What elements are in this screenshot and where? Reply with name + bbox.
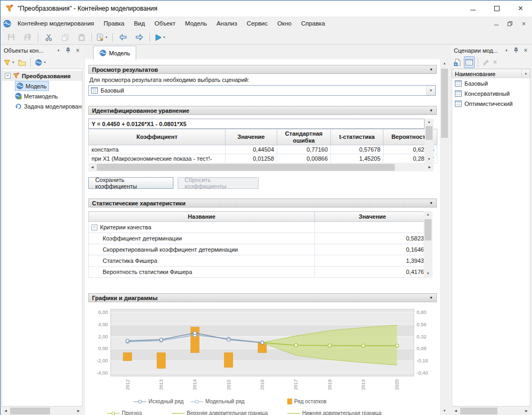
scrollbar-thumb[interactable] [441, 69, 448, 138]
main-vscrollbar[interactable]: ▲ ▼ [440, 59, 449, 415]
statistics-table-row[interactable]: Коэффициент детерминации0,58235 [89, 233, 430, 244]
save-all-icon [24, 34, 31, 41]
folder-button[interactable] [17, 57, 27, 68]
menu-item[interactable]: Сервис [242, 18, 272, 29]
scenario-list-item[interactable]: Консервативный [452, 88, 530, 98]
close-icon[interactable]: × [74, 47, 81, 54]
forward-button[interactable] [131, 31, 147, 43]
equation-table-hscrollbar[interactable]: ◀ ▶ [88, 163, 434, 171]
scrollbar-thumb[interactable] [460, 408, 497, 414]
column-header-t-stat[interactable]: t-статистика [331, 129, 384, 145]
scroll-left-button[interactable]: ◀ [2, 407, 10, 415]
close-button[interactable]: × [509, 1, 532, 16]
statistics-table-vscrollbar[interactable]: ▲ ▼ [423, 211, 433, 277]
scroll-up-button[interactable]: ▲ [425, 119, 433, 126]
chevron-down-icon[interactable]: ▼ [55, 47, 62, 54]
scroll-up-button[interactable]: ▲ [440, 60, 448, 68]
scenario-list-item[interactable]: Базовый [452, 78, 530, 88]
scrollbar-thumb[interactable] [426, 126, 433, 140]
mdi-minimize-button[interactable] [490, 19, 502, 29]
tree-item-transformations[interactable]: − Преобразования [2, 71, 82, 81]
right-panel-hscrollbar[interactable]: ◀ ▶ [452, 406, 530, 415]
column-header-value[interactable]: Значение [226, 129, 277, 145]
report-button[interactable]: ▼ [94, 31, 110, 43]
collapse-arrow-icon[interactable]: ▼ [429, 109, 433, 112]
back-button[interactable] [115, 31, 131, 43]
menu-item[interactable]: Объект [150, 18, 180, 29]
section-header-statistics[interactable]: Статистические характеристики ▼ [88, 198, 437, 208]
mdi-close-button[interactable]: × [518, 19, 530, 29]
filter-button[interactable]: ▼ [3, 57, 15, 68]
run-button[interactable]: ▼ [152, 31, 168, 43]
equation-table-row[interactable]: при X1 (Макроэкономические показа - тест… [89, 154, 437, 163]
collapse-arrow-icon[interactable]: ▼ [429, 296, 433, 300]
paste-icon [78, 34, 85, 41]
combobox-dropdown-button[interactable]: ▼ [426, 86, 435, 95]
maximize-button[interactable] [485, 1, 509, 16]
statistics-table-row[interactable]: Скорректированный коэффициент детерминац… [89, 244, 430, 255]
save-all-button[interactable] [20, 31, 36, 43]
scenario-combobox[interactable]: Базовый ▼ [88, 85, 436, 96]
column-filter-dropdown[interactable]: ▼ [521, 69, 530, 78]
section-title: Статистические характеристики [92, 200, 186, 206]
save-button[interactable] [3, 31, 19, 43]
mdi-restore-button[interactable] [504, 19, 516, 29]
menu-item[interactable]: Вид [129, 18, 150, 29]
scroll-left-button[interactable]: ◀ [452, 407, 460, 415]
paste-button[interactable] [73, 31, 89, 43]
statistics-table-row[interactable]: Статистика Фишера1,39433 [89, 255, 430, 267]
pin-icon[interactable] [64, 47, 72, 54]
save-coefficients-button[interactable]: Сохранить коэффициенты [88, 177, 173, 189]
menu-item[interactable]: Контейнер моделирования [13, 18, 99, 29]
scroll-down-button[interactable]: ▼ [424, 270, 432, 277]
collapse-arrow-icon[interactable]: ▼ [429, 201, 433, 205]
equation-table-vscrollbar[interactable]: ▲ ▼ [425, 119, 434, 163]
left-panel-hscrollbar[interactable]: ◀ ▶ [2, 406, 82, 415]
menu-item[interactable]: Справка [296, 18, 330, 29]
tree-item-metamodel[interactable]: Метамодель [2, 91, 82, 101]
column-header-std-error[interactable]: Стандартная ошибка [277, 129, 331, 145]
equation-table-row[interactable]: константа0,445040,771600,576780,62235 [89, 145, 437, 154]
scenario-table-view-button[interactable] [464, 56, 475, 68]
scroll-down-button[interactable]: ▼ [440, 407, 448, 415]
statistics-table-row[interactable]: Вероятность статистики Фишера0,41765 [89, 267, 430, 278]
scenario-column-header[interactable]: Наименование ▼ [452, 69, 530, 79]
section-header-charts[interactable]: Графики и диаграммы ▼ [88, 293, 437, 302]
scroll-down-button[interactable]: ▼ [425, 156, 433, 163]
minimize-button[interactable] [461, 1, 485, 16]
scroll-up-button[interactable]: ▲ [424, 211, 432, 218]
menu-item[interactable]: Окно [272, 18, 296, 29]
copy-button[interactable] [57, 31, 73, 43]
menu-item[interactable]: Анализ [212, 18, 242, 29]
collapse-expander-icon[interactable]: − [92, 225, 97, 230]
view-button[interactable]: ▼ [34, 57, 47, 68]
scrollbar-thumb[interactable] [97, 164, 395, 171]
close-icon[interactable]: × [522, 47, 529, 54]
chevron-down-icon[interactable]: ▼ [503, 47, 510, 54]
column-header-value[interactable]: Значение [315, 212, 430, 222]
svg-text:0,80: 0,80 [417, 309, 427, 315]
new-scenario-button[interactable] [453, 57, 462, 68]
column-header-name[interactable]: Название [89, 212, 315, 222]
section-header-equation[interactable]: Идентифицированное уравнение ▼ [88, 106, 437, 115]
scrollbar-thumb[interactable] [425, 219, 431, 240]
scrollbar-thumb[interactable] [10, 408, 50, 414]
collapse-arrow-icon[interactable]: ▼ [429, 68, 433, 71]
section-header-results[interactable]: Просмотр результатов ▼ [88, 65, 437, 74]
scroll-right-button[interactable]: ▶ [522, 407, 530, 415]
pin-icon[interactable] [512, 47, 520, 54]
statistics-group-row[interactable]: −Критерии качества [89, 222, 430, 233]
scroll-left-button[interactable]: ◀ [88, 163, 96, 171]
column-header-coefficient[interactable]: Коэффициент [89, 129, 226, 145]
menu-item[interactable]: Правка [99, 18, 129, 29]
tree-item-model[interactable]: Модель [2, 81, 82, 91]
scroll-right-button[interactable]: ▶ [426, 163, 434, 171]
tab-model[interactable]: Модель [93, 46, 136, 60]
cut-button[interactable] [40, 31, 56, 43]
scenario-list-item[interactable]: Оптимистический [452, 98, 530, 109]
menu-item[interactable]: Модель [180, 18, 212, 29]
delete-scenario-button: × [492, 57, 498, 68]
scroll-right-button[interactable]: ▶ [74, 407, 82, 415]
tree-item-modeling-task[interactable]: Задача моделирования [2, 101, 82, 111]
collapse-expander-icon[interactable]: − [5, 73, 11, 79]
